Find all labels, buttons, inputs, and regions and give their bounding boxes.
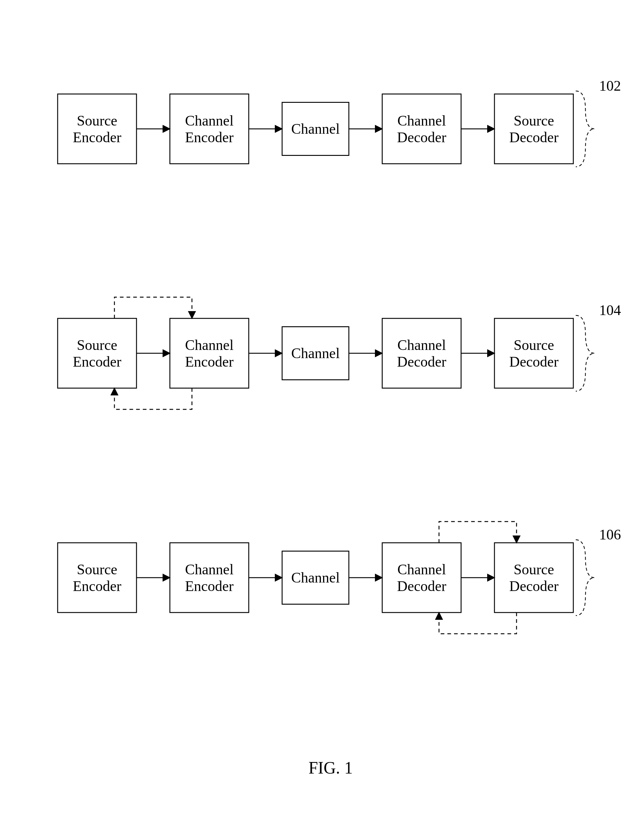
- svg-rect-17: [494, 318, 573, 388]
- svg-rect-8: [494, 94, 573, 164]
- svg-rect-15: [382, 318, 461, 388]
- ref-104: 104: [599, 302, 621, 318]
- svg-rect-22: [282, 551, 349, 604]
- ref-106: 106: [599, 526, 621, 543]
- svg-rect-6: [382, 94, 461, 164]
- svg-rect-13: [282, 327, 349, 380]
- svg-rect-0: [58, 94, 137, 164]
- svg-rect-20: [170, 543, 249, 612]
- svg-rect-11: [170, 318, 249, 388]
- svg-rect-26: [494, 543, 573, 612]
- ref-102: 102: [599, 77, 621, 94]
- figure-label: FIG. 1: [300, 758, 361, 777]
- diagram-canvas: [0, 0, 644, 836]
- svg-rect-4: [282, 103, 349, 155]
- svg-rect-2: [170, 94, 249, 164]
- svg-rect-18: [58, 543, 137, 612]
- svg-rect-24: [382, 543, 461, 612]
- svg-rect-9: [58, 318, 137, 388]
